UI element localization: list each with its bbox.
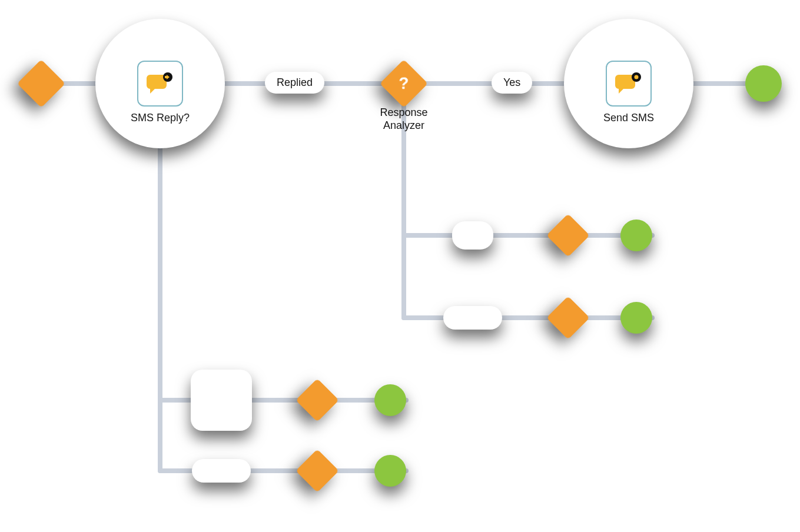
decision-branch-2[interactable] xyxy=(296,449,339,493)
svg-point-9 xyxy=(635,75,639,79)
decision-response-analyzer[interactable]: ? xyxy=(380,59,428,108)
edge-label-replied: Replied xyxy=(265,72,324,94)
edge-label-branch-b xyxy=(443,306,502,330)
edge-label-branch-2 xyxy=(192,459,251,483)
node-sms-reply[interactable]: SMS Reply? xyxy=(95,19,225,148)
node-send-sms-label: Send SMS xyxy=(564,112,693,124)
endpoint-branch-2[interactable] xyxy=(374,455,406,487)
decision-branch-1[interactable] xyxy=(296,378,339,422)
start-decision-diamond[interactable] xyxy=(17,59,65,108)
edge-label-yes: Yes xyxy=(492,72,532,94)
endpoint-branch-1[interactable] xyxy=(374,384,406,416)
endpoint-branch-a[interactable] xyxy=(620,220,652,251)
decision-branch-a[interactable] xyxy=(546,214,590,257)
decision-response-analyzer-label: Response Analyzer xyxy=(369,106,439,132)
decision-branch-b[interactable] xyxy=(546,296,590,340)
endpoint-main[interactable] xyxy=(745,65,782,102)
node-send-sms[interactable]: Send SMS xyxy=(564,19,693,148)
edge-label-branch-a xyxy=(452,221,493,250)
sms-reply-icon xyxy=(137,61,183,107)
node-placeholder-square[interactable] xyxy=(191,370,252,431)
send-sms-icon xyxy=(606,61,652,107)
endpoint-branch-b[interactable] xyxy=(620,302,652,334)
node-sms-reply-label: SMS Reply? xyxy=(95,112,225,124)
question-mark-icon: ? xyxy=(387,66,421,101)
